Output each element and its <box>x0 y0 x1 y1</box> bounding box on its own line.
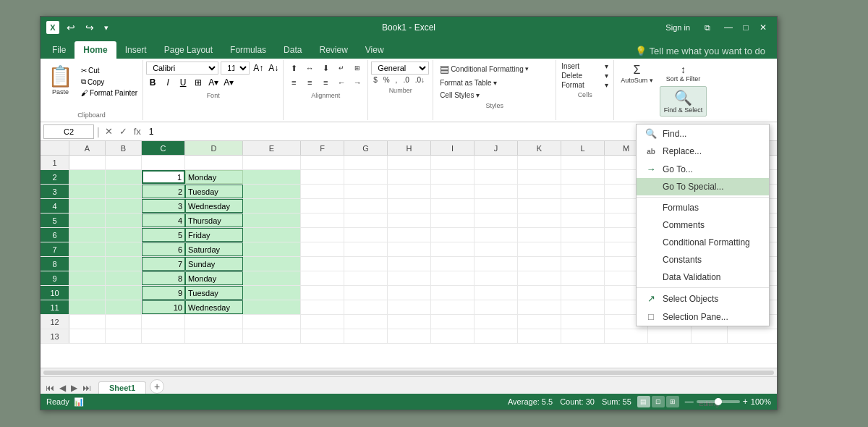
cell-b9[interactable] <box>106 271 142 285</box>
row-num-9[interactable]: 9 <box>41 271 69 285</box>
cell-d7[interactable]: Saturday <box>185 242 243 256</box>
col-header-l[interactable]: L <box>561 141 605 155</box>
cell-l13[interactable] <box>561 329 605 343</box>
sheet-nav-first[interactable]: ⏮ <box>43 382 56 394</box>
row-num-8[interactable]: 8 <box>41 257 69 271</box>
align-right-button[interactable]: ≡ <box>318 76 333 89</box>
tab-data[interactable]: Data <box>275 41 310 59</box>
cell-l2[interactable] <box>561 170 605 184</box>
cell-k6[interactable] <box>518 228 561 242</box>
cell-d10[interactable]: Tuesday <box>185 286 243 300</box>
cell-c3[interactable]: 2 <box>142 185 185 198</box>
cancel-formula-button[interactable]: ✕ <box>103 126 115 137</box>
indent-decrease-button[interactable]: ← <box>334 76 349 89</box>
cell-e9[interactable] <box>243 271 301 285</box>
cell-h5[interactable] <box>388 214 431 227</box>
cell-f6[interactable] <box>301 228 344 242</box>
cell-j6[interactable] <box>475 228 518 242</box>
row-num-1[interactable]: 1 <box>41 156 69 169</box>
cell-l3[interactable] <box>561 185 605 198</box>
sort-filter-button[interactable]: ↕ Sort & Filter <box>663 62 705 85</box>
normal-view-button[interactable]: ▤ <box>637 396 650 407</box>
border-button[interactable]: ⊞ <box>192 76 205 89</box>
cell-h6[interactable] <box>388 228 431 242</box>
tab-home[interactable]: Home <box>75 41 116 59</box>
menu-item-formulas[interactable]: Formulas <box>637 199 769 216</box>
cell-e2[interactable] <box>243 170 301 184</box>
cell-e5[interactable] <box>243 214 301 227</box>
cell-c12[interactable] <box>142 315 185 329</box>
cell-styles-button[interactable]: Cell Styles ▾ <box>436 90 483 101</box>
cell-b12[interactable] <box>106 315 142 329</box>
bold-button[interactable]: B <box>146 76 159 89</box>
cell-c10[interactable]: 9 <box>142 286 185 300</box>
cell-k1[interactable] <box>518 156 561 169</box>
underline-button[interactable]: U <box>176 76 190 89</box>
cell-d2[interactable]: Monday <box>185 170 243 184</box>
page-break-view-button[interactable]: ⊞ <box>666 396 679 407</box>
cell-f8[interactable] <box>301 257 344 271</box>
cell-l11[interactable] <box>561 300 605 314</box>
cell-k3[interactable] <box>518 185 561 198</box>
cell-c5[interactable]: 4 <box>142 214 185 227</box>
cell-c13[interactable] <box>142 329 185 343</box>
cell-a3[interactable] <box>69 185 106 198</box>
row-num-3[interactable]: 3 <box>41 185 69 198</box>
page-layout-view-button[interactable]: ⊡ <box>652 396 665 407</box>
cell-c6[interactable]: 5 <box>142 228 185 242</box>
cell-e11[interactable] <box>243 300 301 314</box>
tab-file[interactable]: File <box>43 41 75 59</box>
cell-b11[interactable] <box>106 300 142 314</box>
cell-h4[interactable] <box>388 199 431 213</box>
sheet-nav-last[interactable]: ⏭ <box>80 382 93 394</box>
restore-button[interactable]: ⧉ <box>700 22 715 34</box>
menu-item-data-validation[interactable]: Data Validation <box>637 269 769 286</box>
cell-d8[interactable]: Sunday <box>185 257 243 271</box>
row-num-13[interactable]: 13 <box>41 329 69 343</box>
cell-g2[interactable] <box>344 170 388 184</box>
confirm-formula-button[interactable]: ✓ <box>117 126 129 137</box>
insert-function-button[interactable]: fx <box>132 126 143 137</box>
col-header-j[interactable]: J <box>475 141 518 155</box>
col-header-g[interactable]: G <box>344 141 388 155</box>
cell-f12[interactable] <box>301 315 344 329</box>
row-num-12[interactable]: 12 <box>41 315 69 329</box>
cell-g4[interactable] <box>344 199 388 213</box>
menu-item-comments[interactable]: Comments <box>637 216 769 234</box>
cell-f10[interactable] <box>301 286 344 300</box>
cell-c1[interactable] <box>142 156 185 169</box>
cell-h9[interactable] <box>388 271 431 285</box>
cell-d13[interactable] <box>185 329 243 343</box>
cell-b3[interactable] <box>106 185 142 198</box>
cell-j10[interactable] <box>475 286 518 300</box>
cell-e7[interactable] <box>243 242 301 256</box>
cell-a2[interactable] <box>69 170 106 184</box>
cell-i9[interactable] <box>431 271 475 285</box>
col-header-c[interactable]: C <box>142 141 185 155</box>
cell-f7[interactable] <box>301 242 344 256</box>
menu-item-replace[interactable]: ab Replace... <box>637 143 769 160</box>
cell-l6[interactable] <box>561 228 605 242</box>
align-top-button[interactable]: ⬆ <box>286 62 301 75</box>
menu-item-selection-pane[interactable]: □ Selection Pane... <box>637 308 769 326</box>
indent-increase-button[interactable]: → <box>350 76 365 89</box>
cell-k12[interactable] <box>518 315 561 329</box>
cell-i7[interactable] <box>431 242 475 256</box>
cell-i3[interactable] <box>431 185 475 198</box>
menu-item-find[interactable]: 🔍 Find... <box>637 124 769 143</box>
cell-l4[interactable] <box>561 199 605 213</box>
cell-l12[interactable] <box>561 315 605 329</box>
col-header-b[interactable]: B <box>106 141 142 155</box>
row-num-2[interactable]: 2 <box>41 170 69 184</box>
col-header-a[interactable]: A <box>69 141 106 155</box>
tab-insert[interactable]: Insert <box>116 41 156 59</box>
align-middle-button[interactable]: ↔ <box>302 62 317 75</box>
cell-j1[interactable] <box>475 156 518 169</box>
cell-g1[interactable] <box>344 156 388 169</box>
increase-decimal-button[interactable]: .0 <box>401 75 411 85</box>
cell-b10[interactable] <box>106 286 142 300</box>
cell-g11[interactable] <box>344 300 388 314</box>
cell-a6[interactable] <box>69 228 106 242</box>
sheet-tab-sheet1[interactable]: Sheet1 <box>98 381 146 394</box>
autosum-button[interactable]: Σ AutoSum ▾ <box>617 62 657 119</box>
